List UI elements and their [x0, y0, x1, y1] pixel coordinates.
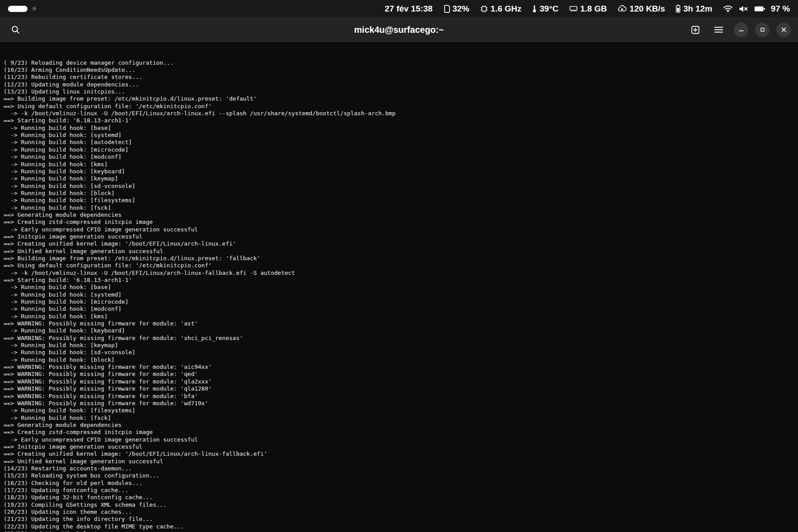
terminal-line: (11/23) Rebuilding certificate stores...	[4, 74, 798, 81]
battery-icon	[754, 6, 765, 12]
search-button[interactable]	[7, 21, 24, 38]
status-indicator-label: 39°C	[540, 4, 558, 14]
minimize-button[interactable]	[734, 23, 748, 37]
battery-percent: 97 %	[771, 4, 790, 14]
battery-time-icon	[676, 4, 681, 13]
status-indicator: 39°C	[532, 4, 558, 14]
status-indicator-label: 32%	[453, 4, 469, 14]
terminal-line: ==> Generating module dependencies	[4, 211, 798, 219]
terminal-screen[interactable]: ( 9/23) Reloading device manager configu…	[0, 43, 798, 532]
terminal-line: -> Running build hook: [base]	[4, 125, 798, 132]
terminal-line: -> Running build hook: [fsck]	[4, 415, 798, 422]
terminal-line: -> Early uncompressed CPIO image generat…	[4, 226, 798, 233]
terminal-line: (18/23) Updating 32-bit fontconfig cache…	[4, 494, 798, 501]
maximize-icon	[759, 27, 766, 33]
terminal-line: -> Running build hook: [modconf]	[4, 153, 798, 160]
notification-pill	[8, 6, 27, 12]
terminal-line: ==> Starting build: '6.18.13-arch1-1'	[4, 117, 798, 124]
terminal-line: ==> Using default configuration file: '/…	[4, 103, 798, 110]
terminal-line: ==> WARNING: Possibly missing firmware f…	[4, 393, 798, 400]
terminal-line: (16/23) Checking for old perl modules...	[4, 480, 798, 487]
storage-card-icon	[443, 5, 450, 13]
minimize-icon	[738, 27, 744, 33]
terminal-line: -> Running build hook: [sd-vconsole]	[4, 349, 798, 356]
terminal-line: -> Running build hook: [filesystems]	[4, 407, 798, 414]
terminal-line: ( 9/23) Reloading device manager configu…	[4, 59, 798, 66]
maximize-button[interactable]	[755, 23, 770, 37]
status-bar-right: 27 fév 15:38 32%1.6 GHz39°C1.8 GB120 KB/…	[385, 4, 790, 14]
terminal-line: ==> WARNING: Possibly missing firmware f…	[4, 320, 798, 327]
terminal-line: ==> Generating module dependencies	[4, 422, 798, 429]
terminal-line: -> Running build hook: [keyboard]	[4, 327, 798, 334]
status-dot	[32, 7, 36, 11]
terminal-line: ==> Unified kernel image generation succ…	[4, 248, 798, 255]
search-icon	[11, 25, 20, 35]
window-title: mick4u@surfacego:~	[0, 25, 798, 35]
terminal-line: (19/23) Compiling GSettings XML schema f…	[4, 501, 798, 509]
terminal-line: ==> WARNING: Possibly missing firmware f…	[4, 400, 798, 407]
terminal-line: ==> Building image from preset: /etc/mki…	[4, 255, 798, 262]
terminal-line: (22/23) Updating the desktop file MIME t…	[4, 523, 798, 530]
status-indicator: 32%	[443, 4, 469, 14]
terminal-line: -> Running build hook: [kms]	[4, 313, 798, 320]
terminal-line: (13/23) Updating linux initcpios...	[4, 88, 798, 95]
terminal-line: (12/23) Updating module dependencies...	[4, 81, 798, 88]
terminal-line: -> -k /boot/vmlinuz-linux -U /boot/EFI/L…	[4, 110, 798, 117]
status-bar[interactable]: 27 fév 15:38 32%1.6 GHz39°C1.8 GB120 KB/…	[0, 0, 798, 17]
terminal-line: ==> Initcpio image generation successful	[4, 233, 798, 240]
memory-icon	[569, 5, 578, 12]
terminal-line: -> Running build hook: [keymap]	[4, 175, 798, 182]
new-tab-button[interactable]	[687, 21, 704, 38]
status-indicator: 1.8 GB	[569, 4, 607, 14]
titlebar-controls	[687, 21, 791, 38]
terminal-line: (17/23) Updating fontconfig cache...	[4, 487, 798, 494]
terminal-line: ==> Using default configuration file: '/…	[4, 262, 798, 269]
terminal-line: -> Running build hook: [systemd]	[4, 291, 798, 298]
status-indicator-label: 1.8 GB	[580, 4, 607, 14]
phone-screen: 27 fév 15:38 32%1.6 GHz39°C1.8 GB120 KB/…	[0, 0, 798, 532]
cpu-frequency-icon	[480, 5, 488, 13]
terminal-line: -> Running build hook: [base]	[4, 284, 798, 291]
terminal-line: -> Running build hook: [sd-vconsole]	[4, 183, 798, 190]
terminal-line: (14/23) Restarting accounts-daemon...	[4, 465, 798, 472]
system-indicators: 32%1.6 GHz39°C1.8 GB120 KB/s3h 12m	[443, 4, 712, 14]
terminal-line: -> Running build hook: [keymap]	[4, 342, 798, 349]
terminal-line: -> Running build hook: [block]	[4, 356, 798, 364]
terminal-line: ==> WARNING: Possibly missing firmware f…	[4, 335, 798, 342]
terminal-line: (20/23) Updating icon theme caches...	[4, 509, 798, 516]
status-indicator-label: 120 KB/s	[630, 4, 665, 14]
close-icon	[781, 27, 787, 33]
terminal-line: ==> Creating zstd-compressed initcpio im…	[4, 429, 798, 436]
hamburger-menu-icon	[714, 26, 724, 34]
terminal-line: -> Running build hook: [microcode]	[4, 146, 798, 153]
wifi-icon	[723, 5, 733, 12]
terminal-line: -> Running build hook: [systemd]	[4, 132, 798, 139]
temperature-icon	[532, 4, 537, 13]
terminal-line: ==> WARNING: Possibly missing firmware f…	[4, 385, 798, 392]
status-indicator: 120 KB/s	[618, 4, 665, 14]
menu-button[interactable]	[710, 21, 727, 38]
terminal-line: ==> WARNING: Possibly missing firmware f…	[4, 371, 798, 378]
volume-muted-icon	[739, 5, 748, 12]
terminal-line: ==> Creating unified kernel image: '/boo…	[4, 450, 798, 458]
terminal-line: (21/23) Updating the info directory file…	[4, 516, 798, 523]
terminal-line: ==> Creating unified kernel image: '/boo…	[4, 240, 798, 247]
clock: 27 fév 15:38	[385, 4, 433, 14]
terminal-line: (23/23) Updating Vim help tags...	[4, 530, 798, 532]
terminal-line: -> Running build hook: [block]	[4, 190, 798, 197]
terminal-line: -> Running build hook: [autodetect]	[4, 139, 798, 146]
status-indicator: 1.6 GHz	[480, 4, 522, 14]
terminal-line: ==> WARNING: Possibly missing firmware f…	[4, 378, 798, 385]
terminal-line: -> Running build hook: [microcode]	[4, 298, 798, 305]
terminal-output: ( 9/23) Reloading device manager configu…	[4, 59, 798, 532]
close-button[interactable]	[776, 23, 791, 37]
terminal-line: -> Running build hook: [modconf]	[4, 305, 798, 313]
terminal-line: ==> Unified kernel image generation succ…	[4, 458, 798, 465]
terminal-line: ==> WARNING: Possibly missing firmware f…	[4, 364, 798, 371]
terminal-line: ==> Initcpio image generation successful	[4, 443, 798, 450]
system-status-icons: 97 %	[723, 4, 790, 14]
terminal-line: -> Running build hook: [keyboard]	[4, 168, 798, 175]
terminal-line: ==> Building image from preset: /etc/mki…	[4, 95, 798, 102]
status-indicator-label: 1.6 GHz	[491, 4, 522, 14]
terminal-line: -> Running build hook: [kms]	[4, 161, 798, 168]
